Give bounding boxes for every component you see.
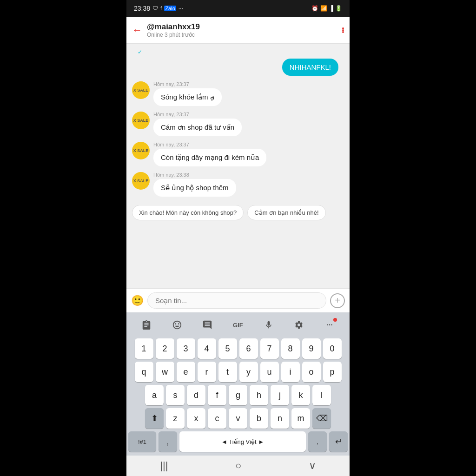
key-j[interactable]: j — [271, 385, 289, 405]
nav-back-button[interactable]: ||| — [160, 460, 168, 472]
key-p[interactable]: p — [323, 362, 342, 382]
avatar: X SALE — [132, 81, 150, 99]
message-row: X SALE Hôm nay, 23:37 Cám ơn shop đã tư … — [126, 111, 350, 137]
shift-key[interactable]: ⬆ — [145, 408, 164, 429]
back-button[interactable]: ← — [132, 24, 142, 36]
key-4[interactable]: 4 — [198, 338, 216, 359]
emoji-button[interactable]: 🙂 — [131, 295, 144, 307]
message-content: Hôm nay, 23:38 Sẽ ủng hộ shop thêm — [153, 172, 236, 197]
key-h[interactable]: h — [250, 385, 268, 405]
contact-name: @maianhxx19 — [147, 22, 342, 32]
key-s[interactable]: s — [166, 385, 185, 405]
quick-reply-chip-2[interactable]: Cảm ơn bạn nhiều nhé! — [247, 205, 325, 220]
key-o[interactable]: o — [302, 362, 321, 382]
dot2 — [342, 29, 344, 31]
key-k[interactable]: k — [291, 385, 310, 405]
key-x[interactable]: x — [187, 408, 205, 429]
key-2[interactable]: 2 — [156, 338, 174, 359]
quick-replies: Xin chào! Món này còn không shop? Cảm ơn… — [126, 201, 350, 224]
emoji-tool-button[interactable] — [168, 316, 186, 334]
keyboard-row-zxcv: ⬆ z x c v b n m ⌫ — [128, 408, 348, 429]
message-content: Hôm nay, 23:37 Cám ơn shop đã tư vấn — [153, 112, 242, 136]
keyboard-row-qwerty: q w e r t y u i o p — [128, 362, 348, 382]
nav-bar: ||| ○ ∨ — [126, 456, 350, 476]
menu-button[interactable] — [342, 27, 344, 33]
sticker-button[interactable] — [198, 316, 217, 334]
key-f[interactable]: f — [208, 385, 226, 405]
more-tools-button[interactable]: ··· — [320, 316, 339, 334]
key-5[interactable]: 5 — [218, 338, 237, 359]
key-7[interactable]: 7 — [260, 338, 279, 359]
avatar: X SALE — [132, 172, 150, 190]
message-bubble: Sóng khỏe lắm ạ — [153, 88, 222, 106]
key-e[interactable]: e — [177, 362, 195, 382]
key-b[interactable]: b — [250, 408, 268, 429]
battery-icon: 🔋 — [335, 5, 342, 12]
message-time: Hôm nay, 23:37 — [153, 142, 266, 147]
key-d[interactable]: d — [187, 385, 205, 405]
nav-recent-button[interactable]: ∨ — [309, 460, 316, 472]
key-u[interactable]: u — [260, 362, 279, 382]
key-6[interactable]: 6 — [239, 338, 258, 359]
key-a[interactable]: a — [145, 385, 164, 405]
message-bubble: Còn tặng dây mạng đi kèm nữa — [153, 149, 266, 166]
symbols-key[interactable]: !#1 — [128, 431, 156, 452]
sent-message-row: NHIHANFKL! — [126, 57, 350, 78]
nav-home-button[interactable]: ○ — [235, 460, 241, 472]
key-c[interactable]: c — [208, 408, 226, 429]
period-key[interactable]: . — [308, 431, 327, 452]
avatar: X SALE — [132, 112, 150, 129]
key-3[interactable]: 3 — [177, 338, 195, 359]
settings-button[interactable] — [290, 316, 308, 334]
backspace-key[interactable]: ⌫ — [312, 408, 331, 429]
key-z[interactable]: z — [166, 408, 185, 429]
facebook-icon: f — [160, 5, 162, 12]
key-t[interactable]: t — [218, 362, 237, 382]
keyboard-row-bottom: !#1 , ◄ Tiếng Việt ► . ↵ — [128, 431, 348, 452]
key-n[interactable]: n — [271, 408, 289, 429]
keyboard-row-asdf: a s d f g h j k l — [128, 385, 348, 405]
shield-icon: 🛡 — [152, 5, 158, 12]
virtual-keyboard: 1 2 3 4 5 6 7 8 9 0 q w e r t y u i o p … — [126, 337, 350, 456]
key-9[interactable]: 9 — [302, 338, 321, 359]
key-q[interactable]: q — [135, 362, 153, 382]
message-bubble: Cám ơn shop đã tư vấn — [153, 119, 242, 136]
time: 23:38 — [134, 5, 150, 12]
key-1[interactable]: 1 — [135, 338, 153, 359]
message-input[interactable] — [147, 292, 326, 309]
key-y[interactable]: y — [239, 362, 258, 382]
key-0[interactable]: 0 — [323, 338, 342, 359]
sent-message-bubble: NHIHANFKL! — [282, 59, 338, 76]
contact-status: Online 3 phút trước — [147, 32, 342, 38]
key-l[interactable]: l — [312, 385, 331, 405]
dot3 — [342, 31, 344, 33]
message-time: Hôm nay, 23:37 — [153, 81, 222, 87]
more-icon: ··· — [178, 5, 183, 12]
key-i[interactable]: i — [281, 362, 300, 382]
clipboard-button[interactable] — [137, 316, 156, 334]
dot1 — [342, 27, 344, 29]
avatar-text: X SALE — [133, 118, 149, 123]
message-input-row: 🙂 + — [126, 288, 350, 312]
avatar-text: X SALE — [133, 148, 149, 153]
enter-key[interactable]: ↵ — [329, 431, 348, 452]
key-g[interactable]: g — [229, 385, 247, 405]
key-8[interactable]: 8 — [281, 338, 300, 359]
message-content: Hôm nay, 23:37 Sóng khỏe lắm ạ — [153, 81, 222, 106]
quick-reply-chip-1[interactable]: Xin chào! Món này còn không shop? — [132, 205, 244, 220]
key-r[interactable]: r — [198, 362, 216, 382]
signal-icon: ▐ — [329, 5, 333, 12]
gif-button[interactable]: GIF — [229, 316, 247, 334]
message-row: X SALE Hôm nay, 23:37 Sóng khỏe lắm ạ — [126, 80, 350, 107]
key-m[interactable]: m — [291, 408, 310, 429]
key-w[interactable]: w — [156, 362, 174, 382]
comma-key[interactable]: , — [159, 431, 177, 452]
add-attachment-button[interactable]: + — [330, 293, 345, 308]
avatar-text: X SALE — [133, 88, 149, 93]
space-key[interactable]: ◄ Tiếng Việt ► — [179, 431, 306, 452]
key-v[interactable]: v — [229, 408, 247, 429]
status-bar: 23:38 🛡 f Zalo ··· ⏰ 📶 ▐ 🔋 — [126, 0, 350, 17]
microphone-button[interactable] — [259, 316, 278, 334]
message-row: X SALE Hôm nay, 23:38 Sẽ ủng hộ shop thê… — [126, 171, 350, 198]
wifi-icon: 📶 — [320, 5, 327, 12]
